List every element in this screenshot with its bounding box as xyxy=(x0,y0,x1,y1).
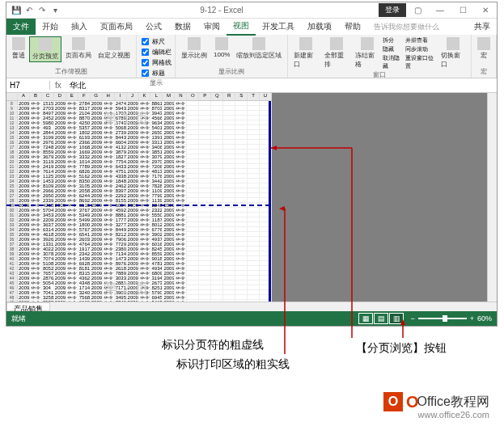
share-button[interactable]: 共享 xyxy=(468,19,497,35)
annotation-page-break-button: 【分页浏览】按钮 xyxy=(356,341,447,356)
page-break-dashed-line[interactable] xyxy=(6,205,270,206)
excel-window: 💾 ↶ ↷ ▾ 9-12 - Excel 登录 ▢ — ☐ ✕ 文件 开始 插入… xyxy=(6,2,498,327)
tab-insert[interactable]: 插入 xyxy=(65,19,94,35)
undo-icon[interactable]: ↶ xyxy=(24,6,34,15)
ribbon-group-show: 标尺 编辑栏 网格线 标题 显示 xyxy=(137,35,176,78)
tab-file[interactable]: 文件 xyxy=(6,19,36,35)
group-label-show: 显示 xyxy=(140,78,172,87)
view-shortcuts: ▦ ▤ ▥ xyxy=(358,313,404,324)
watermark-logo: O OOffice教程网 www.office26.com xyxy=(383,392,489,411)
normal-view-shortcut[interactable]: ▦ xyxy=(358,313,373,324)
formula-value[interactable]: 华北 xyxy=(66,80,89,91)
login-button[interactable]: 登录 xyxy=(379,3,406,17)
gridlines-checkbox[interactable]: 网格线 xyxy=(140,57,172,68)
ribbon-group-zoom: 显示比例 100% 缩放到选定区域 显示比例 xyxy=(176,35,288,78)
sheet-tab[interactable]: 产品销售 xyxy=(6,302,50,311)
document-title: 9-12 - Excel xyxy=(65,6,379,15)
annotation-dashed-line: 标识分页符的粗虚线 xyxy=(162,338,264,352)
tab-view[interactable]: 视图 xyxy=(227,18,256,36)
macros-button[interactable]: 宏 xyxy=(475,36,493,61)
group-label-window: 窗口 xyxy=(291,70,468,79)
data-rows[interactable]: 82009华北151582009华北278412009华北247412009华北… xyxy=(6,101,272,302)
zoom-slider[interactable] xyxy=(418,318,467,319)
group-label-macros: 宏 xyxy=(475,67,493,76)
unhide-button[interactable]: 取消隐藏 xyxy=(383,54,404,70)
zoom-level[interactable]: 60% xyxy=(477,314,492,323)
tell-me[interactable]: 告诉我你想要做什么 xyxy=(367,19,446,35)
ribbon: 普通 分页预览 页面布局 自定义视图 工作簿视图 标尺 编辑栏 网格线 标题 显… xyxy=(6,35,497,78)
ribbon-group-macros: 宏 宏 xyxy=(472,35,497,78)
sync-scroll-button[interactable]: 同步滚动 xyxy=(405,45,437,53)
ribbon-group-window: 新建窗口 全部重排 冻结窗格 拆分 隐藏 取消隐藏 并排查看 同步滚动 重设窗口… xyxy=(288,35,472,78)
save-icon[interactable]: 💾 xyxy=(11,6,21,15)
formula-bar-checkbox[interactable]: 编辑栏 xyxy=(140,47,172,57)
close-icon[interactable]: ✕ xyxy=(474,2,497,19)
tab-developer[interactable]: 开发工具 xyxy=(256,19,301,35)
print-area-solid-line[interactable] xyxy=(269,101,271,302)
headings-checkbox[interactable]: 标题 xyxy=(140,68,172,78)
ribbon-group-views: 普通 分页预览 页面布局 自定义视图 工作簿视图 xyxy=(6,35,137,78)
zoom-in-icon[interactable]: + xyxy=(470,314,474,323)
status-bar: 就绪 ▦ ▤ ▥ − + 60% xyxy=(6,311,497,326)
logo-url: www.office26.com xyxy=(418,410,489,420)
horizontal-scrollbar[interactable]: 产品销售 xyxy=(6,302,497,311)
split-button[interactable]: 拆分 xyxy=(383,36,404,44)
group-label-views: 工作簿视图 xyxy=(10,67,133,76)
freeze-panes-button[interactable]: 冻结窗格 xyxy=(353,36,382,70)
page-break-preview-shortcut[interactable]: ▥ xyxy=(389,313,404,324)
ribbon-tabs: 文件 开始 插入 页面布局 公式 数据 审阅 视图 开发工具 加载项 帮助 告诉… xyxy=(6,19,497,35)
custom-views-button[interactable]: 自定义视图 xyxy=(95,36,133,62)
reset-position-button[interactable]: 重设窗口位置 xyxy=(405,54,437,70)
title-bar: 💾 ↶ ↷ ▾ 9-12 - Excel 登录 ▢ — ☐ ✕ xyxy=(6,2,497,19)
outside-print-area xyxy=(272,93,497,302)
minimize-icon[interactable]: — xyxy=(429,2,451,19)
fx-icon[interactable]: fx xyxy=(50,81,66,90)
tab-help[interactable]: 帮助 xyxy=(338,19,367,35)
tab-formulas[interactable]: 公式 xyxy=(139,19,168,35)
side-by-side-button[interactable]: 并排查看 xyxy=(405,36,437,44)
tab-home[interactable]: 开始 xyxy=(36,19,65,35)
qat-more-icon[interactable]: ▾ xyxy=(50,6,60,15)
zoom-button[interactable]: 显示比例 xyxy=(179,36,210,61)
worksheet-area: ABCDEFGHIJKLMNOPQRSTU 82009华北151582009华北… xyxy=(6,93,497,311)
new-window-button[interactable]: 新建窗口 xyxy=(291,36,320,70)
tab-data[interactable]: 数据 xyxy=(168,19,197,35)
status-ready: 就绪 xyxy=(11,314,26,324)
office-logo-icon: O xyxy=(383,392,403,411)
ribbon-options-icon[interactable]: ▢ xyxy=(406,2,429,19)
maximize-icon[interactable]: ☐ xyxy=(451,2,474,19)
zoom-selection-button[interactable]: 缩放到选定区域 xyxy=(234,36,284,61)
name-box[interactable]: H7 xyxy=(6,81,50,90)
ruler-checkbox[interactable]: 标尺 xyxy=(140,36,172,47)
quick-access-toolbar: 💾 ↶ ↷ ▾ xyxy=(6,6,65,15)
switch-windows-button[interactable]: 切换窗口 xyxy=(438,36,468,70)
vertical-scrollbar[interactable] xyxy=(487,93,497,302)
normal-view-button[interactable]: 普通 xyxy=(10,36,28,62)
hide-button[interactable]: 隐藏 xyxy=(383,45,404,53)
arrange-all-button[interactable]: 全部重排 xyxy=(322,36,351,70)
annotation-solid-line: 标识打印区域的粗实线 xyxy=(176,357,290,372)
page-layout-button[interactable]: 页面布局 xyxy=(63,36,94,62)
window-controls: ▢ — ☐ ✕ xyxy=(406,2,497,19)
column-headers[interactable]: ABCDEFGHIJKLMNOPQRSTU xyxy=(6,93,272,101)
tab-review[interactable]: 审阅 xyxy=(197,19,227,35)
redo-icon[interactable]: ↷ xyxy=(37,6,47,15)
tab-page-layout[interactable]: 页面布局 xyxy=(94,19,139,35)
logo-text: Office教程网 xyxy=(417,394,490,411)
zoom-control[interactable]: − + 60% xyxy=(410,314,492,323)
formula-bar: H7 fx 华北 xyxy=(6,78,497,93)
zoom-100-button[interactable]: 100% xyxy=(211,36,232,61)
page-break-preview-button[interactable]: 分页预览 xyxy=(29,36,61,62)
zoom-out-icon[interactable]: − xyxy=(410,314,414,323)
tab-addins[interactable]: 加载项 xyxy=(301,19,338,35)
grid[interactable]: ABCDEFGHIJKLMNOPQRSTU 82009华北151582009华北… xyxy=(6,93,272,302)
group-label-zoom: 显示比例 xyxy=(179,67,284,76)
page-layout-shortcut[interactable]: ▤ xyxy=(374,313,388,324)
